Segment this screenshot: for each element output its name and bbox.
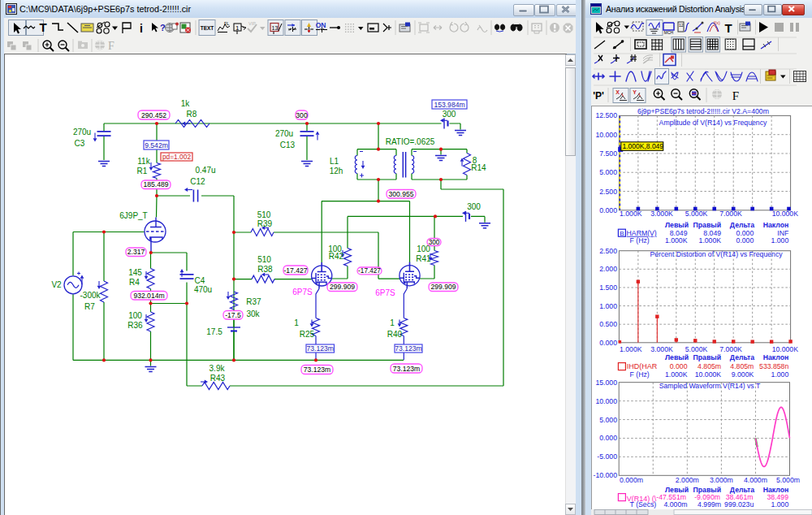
svg-text:6j9p+PSE6p7s tetrod-2!!!!!.cir: 6j9p+PSE6p7s tetrod-2!!!!!.cir V2.A=400m [637, 107, 769, 115]
svg-text:f(x): f(x) [714, 20, 720, 25]
svg-text:932.014m: 932.014m [133, 292, 164, 300]
svg-text:1.000: 1.000 [771, 370, 789, 379]
svg-text:2.500: 2.500 [599, 188, 617, 196]
svg-text:10.000: 10.000 [595, 397, 617, 405]
svg-text:12: 12 [679, 23, 684, 28]
svg-text:Дельта: Дельта [730, 353, 754, 361]
svg-text:6J9P_T: 6J9P_T [119, 211, 147, 220]
svg-text:11k: 11k [137, 157, 150, 166]
svg-text:1: 1 [294, 318, 299, 327]
svg-text:5.000: 5.000 [599, 168, 617, 176]
svg-text:L1: L1 [330, 157, 339, 166]
svg-text:R8: R8 [187, 110, 197, 119]
svg-text:3.000K: 3.000K [650, 345, 673, 353]
svg-text:0.000: 0.000 [599, 206, 617, 214]
svg-text:10.000K: 10.000K [772, 345, 799, 353]
svg-text:-5.000: -5.000 [597, 452, 617, 461]
svg-text:2.000: 2.000 [599, 265, 617, 273]
svg-text:1.000K: 1.000K [699, 236, 722, 245]
svg-text:12.500: 12.500 [595, 111, 617, 119]
svg-text:F (Hz): F (Hz) [630, 236, 650, 245]
svg-text:7.500: 7.500 [599, 149, 617, 158]
svg-text:0.000m: 0.000m [620, 476, 643, 484]
svg-text:1: 1 [235, 24, 240, 32]
svg-text:C3: C3 [75, 139, 85, 148]
svg-text:300: 300 [429, 239, 440, 246]
svg-text:270u: 270u [275, 129, 293, 138]
svg-text:RATIO=.0625: RATIO=.0625 [386, 137, 435, 146]
svg-text:?: ? [160, 23, 166, 32]
svg-text:5.000: 5.000 [599, 416, 617, 424]
svg-text:73.123m: 73.123m [393, 365, 420, 373]
svg-text:R36: R36 [127, 321, 143, 330]
svg-text:10.000K: 10.000K [772, 210, 799, 218]
svg-text:0.47u: 0.47u [195, 166, 215, 175]
svg-text:153.984m: 153.984m [434, 101, 464, 109]
svg-text:510: 510 [257, 255, 271, 264]
svg-text:1.000: 1.000 [599, 302, 617, 310]
svg-text:1: 1 [390, 318, 395, 327]
svg-text:6P7S: 6P7S [292, 288, 313, 296]
svg-text:Наклон: Наклон [763, 353, 789, 361]
svg-text:0.000: 0.000 [599, 434, 617, 442]
svg-text:-17.427: -17.427 [283, 266, 307, 275]
svg-text:100: 100 [128, 311, 142, 320]
svg-text:Правый: Правый [693, 221, 721, 229]
svg-text:Sampled Waveform V(R14) vs T: Sampled Waveform V(R14) vs T [659, 382, 761, 390]
svg-text:1.500: 1.500 [599, 283, 617, 292]
svg-text:pd=1.002: pd=1.002 [162, 153, 192, 161]
svg-text:4.999m: 4.999m [698, 500, 721, 509]
svg-text:VIP: VIP [248, 21, 256, 26]
svg-text:10.000: 10.000 [595, 131, 617, 139]
svg-text:300.955: 300.955 [388, 190, 413, 198]
svg-text:TEXT: TEXT [201, 25, 214, 31]
svg-text:R40: R40 [387, 330, 403, 339]
svg-text:10.000K: 10.000K [695, 370, 722, 379]
svg-text:Y: Y [633, 89, 637, 95]
svg-text:FL: FL [224, 21, 229, 26]
svg-text:i: i [140, 22, 143, 35]
svg-text:299.909: 299.909 [330, 283, 355, 291]
svg-text:MCH: MCH [664, 30, 674, 35]
svg-text:1.000: 1.000 [771, 236, 789, 245]
svg-text:3.9k: 3.9k [209, 364, 226, 373]
svg-text:9.000K: 9.000K [732, 370, 754, 379]
svg-text:7.000K: 7.000K [719, 210, 742, 218]
svg-text:73.123m: 73.123m [304, 366, 330, 374]
svg-text:R7: R7 [84, 302, 95, 311]
svg-text:ON: ON [316, 21, 326, 29]
svg-text:Наклон: Наклон [763, 221, 789, 229]
svg-text:7.000K: 7.000K [719, 345, 742, 353]
svg-text:0.500: 0.500 [599, 320, 617, 328]
svg-text:145: 145 [128, 268, 142, 277]
svg-text:300: 300 [443, 110, 456, 119]
svg-text:30k: 30k [246, 309, 260, 318]
svg-text:1k: 1k [181, 99, 191, 108]
svg-text:299.909: 299.909 [430, 283, 456, 291]
svg-text:R25: R25 [300, 330, 315, 339]
svg-text:300: 300 [296, 111, 308, 119]
svg-text:R1: R1 [137, 167, 148, 175]
svg-text:R43: R43 [210, 374, 226, 383]
svg-text:R37: R37 [246, 297, 261, 306]
svg-text:13: 13 [272, 25, 279, 31]
svg-text:1.000K: 1.000K [665, 370, 688, 379]
svg-text:R14: R14 [471, 163, 486, 172]
svg-text:R41: R41 [416, 254, 431, 263]
svg-text:V2: V2 [51, 280, 62, 289]
svg-text:5.000K: 5.000K [685, 210, 708, 218]
svg-text:T: T [724, 21, 732, 35]
svg-text:0.000: 0.000 [599, 339, 617, 347]
svg-text:1.000: 1.000 [771, 500, 789, 509]
svg-text:'P': 'P' [593, 90, 604, 102]
svg-text:0.000: 0.000 [736, 236, 754, 245]
svg-text:6P7S: 6P7S [375, 288, 395, 297]
svg-text:4.000m: 4.000m [664, 500, 688, 509]
svg-text:C13: C13 [280, 141, 296, 149]
svg-text:Amplitude of V(R14) vs Frequen: Amplitude of V(R14) vs Frequency [659, 119, 767, 127]
svg-text:185.489: 185.489 [143, 180, 168, 188]
svg-text:B: B [620, 230, 624, 237]
svg-text:3.000K: 3.000K [650, 210, 673, 218]
svg-text:2.000m: 2.000m [676, 476, 699, 484]
svg-text:999.023u: 999.023u [724, 500, 754, 509]
